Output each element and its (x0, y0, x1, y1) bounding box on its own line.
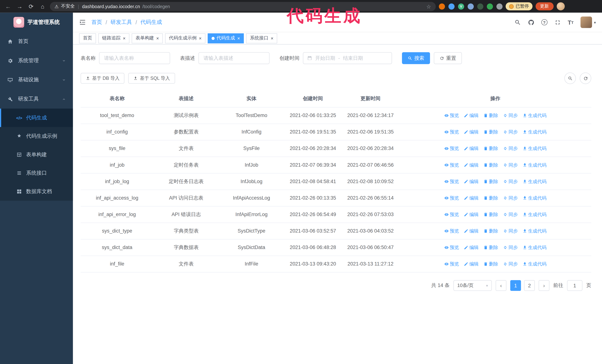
help-icon[interactable]: ? (541, 19, 547, 25)
tab-trace[interactable]: 链路追踪× (98, 33, 129, 43)
user-avatar[interactable]: ▾ (580, 16, 596, 28)
app-logo[interactable]: 芋道管理系统 (0, 13, 73, 32)
op-preview-link[interactable]: 预览 (444, 128, 459, 136)
sidebar-subitem-system-api[interactable]: 系统接口 (0, 164, 73, 182)
sidebar-toggle-icon[interactable] (79, 19, 86, 26)
sidebar-subitem-form-builder[interactable]: 表单构建 (0, 146, 73, 164)
op-delete-link[interactable]: 删除 (483, 128, 498, 136)
op-edit-link[interactable]: 编辑 (464, 227, 479, 235)
op-generate-link[interactable]: 生成代码 (522, 112, 547, 119)
op-edit-link[interactable]: 编辑 (464, 194, 479, 202)
op-delete-link[interactable]: 删除 (483, 260, 498, 268)
op-edit-link[interactable]: 编辑 (464, 161, 479, 169)
op-preview-link[interactable]: 预览 (444, 260, 459, 268)
extension-leaf-icon[interactable] (487, 3, 493, 10)
op-preview-link[interactable]: 预览 (444, 244, 459, 251)
tab-codegen-example[interactable]: 代码生成示例× (165, 33, 205, 43)
op-preview-link[interactable]: 预览 (444, 161, 459, 169)
op-generate-link[interactable]: 生成代码 (522, 161, 547, 169)
op-generate-link[interactable]: 生成代码 (522, 194, 547, 202)
op-sync-link[interactable]: 同步 (503, 178, 518, 185)
pager-next-button[interactable]: › (539, 280, 549, 291)
op-delete-link[interactable]: 删除 (483, 112, 498, 119)
op-edit-link[interactable]: 编辑 (464, 211, 479, 218)
op-sync-link[interactable]: 同步 (503, 194, 518, 202)
op-sync-link[interactable]: 同步 (503, 128, 518, 136)
op-sync-link[interactable]: 同步 (503, 161, 518, 169)
tab-system-api[interactable]: 系统接口× (246, 33, 277, 43)
page-size-select[interactable]: 10条/页▾ (453, 280, 492, 291)
create-time-range-picker[interactable]: 开始日期 - 结束日期 (303, 52, 392, 64)
sidebar-item-system[interactable]: 系统管理 (0, 51, 73, 70)
github-icon[interactable] (528, 19, 534, 26)
bookmark-star-icon[interactable]: ☆ (426, 3, 431, 10)
toggle-search-button[interactable] (564, 73, 576, 84)
breadcrumb-devtools[interactable]: 研发工具 (111, 19, 132, 26)
extension-dark-green-icon[interactable] (477, 3, 483, 10)
op-preview-link[interactable]: 预览 (444, 145, 459, 152)
browser-update-button[interactable]: 更新 (535, 2, 553, 10)
tab-home[interactable]: 首页 (79, 33, 96, 43)
op-delete-link[interactable]: 删除 (483, 161, 498, 169)
sidebar-subitem-codegen[interactable]: </>代码生成 (0, 109, 73, 127)
browser-forward-icon[interactable]: → (15, 3, 24, 10)
header-search-icon[interactable] (514, 19, 521, 26)
op-edit-link[interactable]: 编辑 (464, 244, 479, 251)
extension-accounts-icon[interactable] (468, 3, 474, 10)
close-icon[interactable]: × (237, 36, 240, 41)
op-sync-link[interactable]: 同步 (503, 112, 518, 119)
op-preview-link[interactable]: 预览 (444, 178, 459, 185)
extension-blue-drop-icon[interactable] (448, 3, 455, 10)
table-name-input[interactable] (99, 52, 170, 64)
browser-home-icon[interactable]: ⌂ (38, 3, 47, 10)
table-desc-input[interactable] (199, 52, 269, 64)
pager-page-2[interactable]: 2 (524, 280, 535, 291)
close-icon[interactable]: × (199, 36, 202, 41)
op-sync-link[interactable]: 同步 (503, 260, 518, 268)
refresh-table-button[interactable] (580, 73, 591, 84)
op-generate-link[interactable]: 生成代码 (522, 260, 547, 268)
fullscreen-icon[interactable] (554, 19, 561, 26)
import-db-button[interactable]: 基于 DB 导入 (81, 73, 124, 84)
extension-orange-icon[interactable] (439, 3, 445, 10)
op-generate-link[interactable]: 生成代码 (522, 128, 547, 136)
op-sync-link[interactable]: 同步 (503, 211, 518, 218)
op-delete-link[interactable]: 删除 (483, 178, 498, 185)
browser-reload-icon[interactable]: ⟳ (27, 3, 35, 10)
op-preview-link[interactable]: 预览 (444, 112, 459, 119)
tab-codegen[interactable]: 代码生成× (208, 33, 244, 43)
browser-profile-avatar[interactable] (556, 2, 565, 10)
op-generate-link[interactable]: 生成代码 (522, 244, 547, 251)
browser-back-icon[interactable]: ← (4, 3, 12, 10)
op-edit-link[interactable]: 编辑 (464, 260, 479, 268)
op-edit-link[interactable]: 编辑 (464, 112, 479, 119)
op-delete-link[interactable]: 删除 (483, 211, 498, 218)
op-edit-link[interactable]: 编辑 (464, 128, 479, 136)
pager-page-1[interactable]: 1 (510, 280, 521, 291)
sidebar-subitem-db-doc[interactable]: 数据库文档 (0, 182, 73, 201)
pager-prev-button[interactable]: ‹ (496, 280, 506, 291)
close-icon[interactable]: × (156, 36, 159, 41)
pager-goto-input[interactable] (567, 280, 582, 291)
op-generate-link[interactable]: 生成代码 (522, 211, 547, 218)
close-icon[interactable]: × (271, 36, 273, 41)
op-preview-link[interactable]: 预览 (444, 211, 459, 218)
op-sync-link[interactable]: 同步 (503, 244, 518, 251)
op-delete-link[interactable]: 删除 (483, 227, 498, 235)
op-delete-link[interactable]: 删除 (483, 194, 498, 202)
op-edit-link[interactable]: 编辑 (464, 178, 479, 185)
paused-chip[interactable]: 已暂停 (506, 2, 532, 10)
op-preview-link[interactable]: 预览 (444, 194, 459, 202)
op-sync-link[interactable]: 同步 (503, 145, 518, 152)
op-preview-link[interactable]: 预览 (444, 227, 459, 235)
font-size-icon[interactable]: TT (568, 19, 574, 26)
sidebar-item-devtools[interactable]: 研发工具 (0, 89, 73, 109)
tab-form-builder[interactable]: 表单构建× (132, 33, 163, 43)
op-delete-link[interactable]: 删除 (483, 145, 498, 152)
sidebar-item-infra[interactable]: 基础设施 (0, 70, 73, 89)
address-bar[interactable]: ⚠ 不安全 | dashboard.yudao.iocoder.cn/tool/… (50, 2, 436, 11)
op-delete-link[interactable]: 删除 (483, 244, 498, 251)
op-edit-link[interactable]: 编辑 (464, 145, 479, 152)
extension-puzzle-icon[interactable] (496, 3, 503, 10)
op-sync-link[interactable]: 同步 (503, 227, 518, 235)
